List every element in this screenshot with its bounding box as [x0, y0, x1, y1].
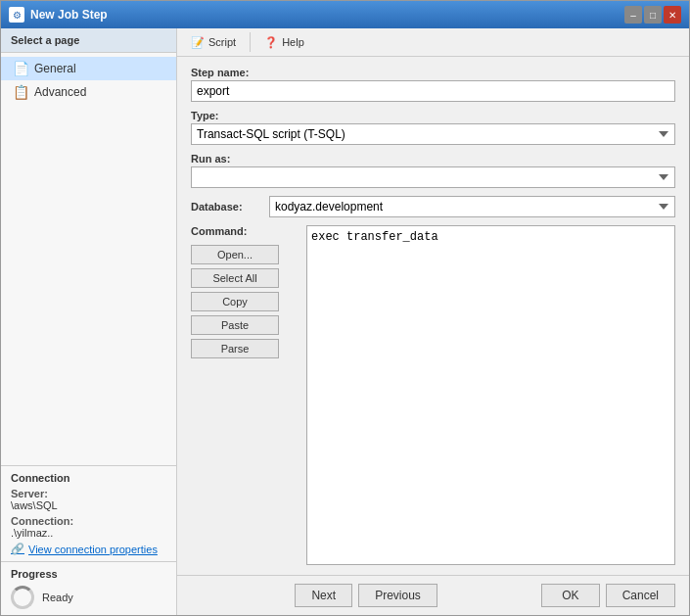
window-icon: ⚙ [9, 7, 24, 23]
connection-section: Connection Server: \aws\SQL Connection: … [1, 466, 176, 561]
title-controls: – □ ✕ [624, 6, 681, 24]
step-name-row: Step name: [191, 67, 675, 102]
connection-value: .\yilmaz.. [11, 527, 166, 539]
title-bar: ⚙ New Job Step – □ ✕ [1, 1, 689, 28]
help-icon: ❓ [264, 36, 278, 49]
server-value: \aws\SQL [11, 499, 166, 511]
script-icon: 📝 [191, 36, 205, 49]
maximize-button[interactable]: □ [644, 6, 662, 24]
server-label: Server: [11, 488, 166, 499]
database-select[interactable]: kodyaz.development [269, 196, 675, 217]
cancel-button[interactable]: Cancel [606, 584, 675, 607]
command-label: Command: [191, 225, 247, 237]
ok-button[interactable]: OK [541, 584, 599, 607]
progress-status: Ready [11, 586, 166, 609]
step-name-label: Step name: [191, 67, 675, 78]
bottom-bar: Next Previous OK Cancel [177, 575, 689, 615]
ok-cancel-buttons: OK Cancel [541, 584, 675, 607]
sidebar-bottom: Connection Server: \aws\SQL Connection: … [1, 465, 176, 615]
command-textarea[interactable]: exec transfer_data [306, 225, 675, 565]
general-icon: 📄 [13, 61, 28, 76]
help-label: Help [282, 36, 304, 48]
advanced-label: Advanced [34, 85, 86, 99]
minimize-button[interactable]: – [624, 6, 642, 24]
sidebar-item-general[interactable]: 📄 General [1, 57, 176, 80]
general-label: General [34, 62, 76, 75]
toolbar: 📝 Script ❓ Help [177, 28, 689, 57]
nav-buttons: Next Previous [295, 584, 437, 607]
command-text-area: exec transfer_data [306, 225, 675, 565]
advanced-icon: 📋 [13, 84, 28, 100]
content-area: Select a page 📄 General 📋 Advanced Conne… [1, 28, 689, 615]
database-label: Database: [191, 201, 259, 213]
previous-button[interactable]: Previous [358, 584, 437, 607]
paste-button[interactable]: Paste [191, 315, 279, 335]
toolbar-separator [250, 32, 251, 52]
main-window: ⚙ New Job Step – □ ✕ Select a page 📄 Gen… [0, 0, 690, 616]
connection-label: Connection: [11, 515, 166, 527]
run-as-row: Run as: [191, 153, 675, 188]
window-title: New Job Step [30, 8, 108, 22]
command-left: Command: Open... Select All Copy Paste P… [191, 225, 299, 565]
sidebar-nav: 📄 General 📋 Advanced [1, 53, 176, 465]
progress-status-text: Ready [42, 592, 73, 603]
link-text: View connection properties [28, 544, 158, 555]
type-label: Type: [191, 110, 675, 121]
next-button[interactable]: Next [295, 584, 352, 607]
command-area: Command: Open... Select All Copy Paste P… [191, 225, 675, 565]
database-row: Database: kodyaz.development [191, 196, 675, 217]
open-button[interactable]: Open... [191, 245, 279, 264]
select-all-button[interactable]: Select All [191, 268, 279, 288]
copy-button[interactable]: Copy [191, 292, 279, 311]
main-panel: 📝 Script ❓ Help Step name: Type: [177, 28, 689, 615]
parse-button[interactable]: Parse [191, 339, 279, 358]
progress-header: Progress [11, 568, 166, 580]
run-as-select[interactable] [191, 166, 675, 188]
step-name-input[interactable] [191, 80, 675, 102]
script-label: Script [208, 36, 236, 48]
sidebar-title: Select a page [1, 28, 176, 53]
spinner-icon [11, 586, 34, 609]
progress-section: Progress Ready [1, 561, 176, 615]
run-as-label: Run as: [191, 153, 675, 165]
connection-header: Connection [11, 472, 166, 484]
help-button[interactable]: ❓ Help [258, 34, 310, 51]
link-icon: 🔗 [11, 543, 24, 555]
script-button[interactable]: 📝 Script [185, 34, 242, 51]
type-row: Type: Transact-SQL script (T-SQL) Operat… [191, 110, 675, 145]
sidebar-item-advanced[interactable]: 📋 Advanced [1, 80, 176, 104]
type-select[interactable]: Transact-SQL script (T-SQL) Operating sy… [191, 123, 675, 145]
view-connection-properties-link[interactable]: 🔗 View connection properties [11, 543, 166, 555]
close-button[interactable]: ✕ [664, 6, 681, 24]
sidebar: Select a page 📄 General 📋 Advanced Conne… [1, 28, 177, 615]
title-bar-left: ⚙ New Job Step [9, 7, 108, 23]
form-area: Step name: Type: Transact-SQL script (T-… [177, 57, 689, 575]
